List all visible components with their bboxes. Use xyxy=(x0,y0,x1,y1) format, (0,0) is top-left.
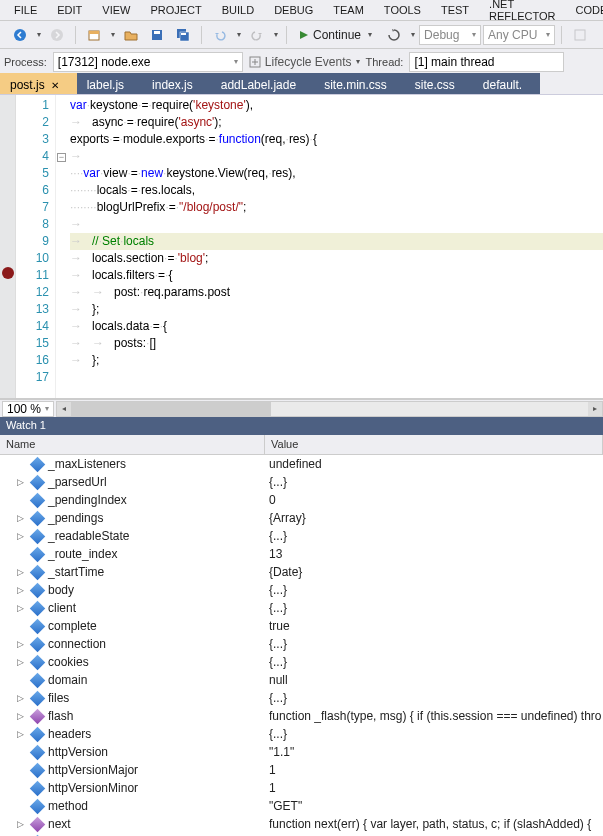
watch-panel-title[interactable]: Watch 1 xyxy=(0,417,603,435)
watch-body[interactable]: _maxListenersundefined▷_parsedUrl{...}_p… xyxy=(0,455,603,836)
watch-row[interactable]: _pendingIndex0 xyxy=(0,491,603,509)
watch-row[interactable]: ▷_parsedUrl{...} xyxy=(0,473,603,491)
svg-rect-3 xyxy=(89,31,99,34)
redo-drop[interactable]: ▾ xyxy=(271,30,280,39)
watch-row[interactable]: method"GET" xyxy=(0,797,603,815)
process-combo[interactable]: [17312] node.exe▾ xyxy=(53,52,243,72)
watch-row[interactable]: ▷_pendings{Array} xyxy=(0,509,603,527)
tab-close-icon[interactable]: ✕ xyxy=(51,80,59,91)
redo-button[interactable] xyxy=(245,24,269,46)
tab-site-css[interactable]: site.css xyxy=(405,73,473,94)
tab-post-js[interactable]: post.js✕ xyxy=(0,73,77,94)
field-icon xyxy=(28,459,46,470)
expand-toggle[interactable]: ▷ xyxy=(0,513,28,523)
tab-addLabel-jade[interactable]: addLabel.jade xyxy=(211,73,314,94)
watch-row[interactable]: httpVersionMajor1 xyxy=(0,761,603,779)
new-project-drop[interactable]: ▾ xyxy=(108,30,117,39)
new-project-button[interactable] xyxy=(82,24,106,46)
tab-site-min-css[interactable]: site.min.css xyxy=(314,73,405,94)
undo-button[interactable] xyxy=(208,24,232,46)
menu-test[interactable]: TEST xyxy=(431,2,479,18)
thread-combo[interactable]: [1] main thread xyxy=(409,52,564,72)
save-button[interactable] xyxy=(145,24,169,46)
tab-default-[interactable]: default. xyxy=(473,73,540,94)
expand-toggle[interactable]: ▷ xyxy=(0,585,28,595)
expand-toggle[interactable]: ▷ xyxy=(0,711,28,721)
watch-row[interactable]: ▷flashfunction _flash(type, msg) { if (t… xyxy=(0,707,603,725)
field-icon xyxy=(28,693,46,704)
expand-toggle[interactable]: ▷ xyxy=(0,729,28,739)
tab-label-js[interactable]: label.js xyxy=(77,73,142,94)
nav-back-button[interactable] xyxy=(8,24,32,46)
watch-row[interactable]: httpVersionMinor1 xyxy=(0,779,603,797)
lifecycle-button[interactable]: Lifecycle Events ▾ xyxy=(249,55,360,69)
watch-col-value[interactable]: Value xyxy=(265,435,603,454)
expand-toggle[interactable]: ▷ xyxy=(0,693,28,703)
watch-name: httpVersion xyxy=(46,745,265,759)
menu-file[interactable]: FILE xyxy=(4,2,47,18)
field-icon xyxy=(28,657,46,668)
field-icon xyxy=(28,783,46,794)
watch-col-name[interactable]: Name xyxy=(0,435,265,454)
scroll-right-button[interactable]: ▸ xyxy=(588,402,602,416)
menu-debug[interactable]: DEBUG xyxy=(264,2,323,18)
expand-toggle[interactable]: ▷ xyxy=(0,477,28,487)
watch-row[interactable]: ▷_readableState{...} xyxy=(0,527,603,545)
scroll-thumb[interactable] xyxy=(71,402,271,416)
config-combo[interactable]: Debug▾ xyxy=(419,25,481,45)
watch-row[interactable]: domainnull xyxy=(0,671,603,689)
watch-row[interactable]: ▷body{...} xyxy=(0,581,603,599)
menu-reflector[interactable]: .NET REFLECTOR xyxy=(479,0,565,24)
code-area[interactable]: var·keystone·=·require('keystone'),→ asy… xyxy=(70,95,603,398)
watch-row[interactable]: ▷cookies{...} xyxy=(0,653,603,671)
watch-row[interactable]: ▷files{...} xyxy=(0,689,603,707)
expand-toggle[interactable]: ▷ xyxy=(0,819,28,829)
watch-row[interactable]: ▷connection{...} xyxy=(0,635,603,653)
menu-build[interactable]: BUILD xyxy=(212,2,264,18)
continue-drop[interactable]: ▾ xyxy=(365,30,374,39)
expand-toggle[interactable]: ▷ xyxy=(0,531,28,541)
expand-toggle[interactable]: ▷ xyxy=(0,639,28,649)
breakpoint-margin[interactable] xyxy=(0,95,16,398)
breakpoint-icon[interactable] xyxy=(2,267,14,279)
menu-tools[interactable]: TOOLS xyxy=(374,2,431,18)
expand-toggle[interactable]: ▷ xyxy=(0,657,28,667)
watch-value: undefined xyxy=(265,457,603,471)
watch-row[interactable]: ▷_startTime{Date} xyxy=(0,563,603,581)
horizontal-scrollbar[interactable]: ◂ ▸ xyxy=(56,401,603,417)
nav-back-drop[interactable]: ▾ xyxy=(34,30,43,39)
zoom-combo[interactable]: 100 %▾ xyxy=(2,401,54,417)
watch-row[interactable]: httpVersion"1.1" xyxy=(0,743,603,761)
watch-value: {Date} xyxy=(265,565,603,579)
watch-row[interactable]: ▷nextfunction next(err) { var layer, pat… xyxy=(0,815,603,833)
menu-view[interactable]: VIEW xyxy=(92,2,140,18)
save-all-button[interactable] xyxy=(171,24,195,46)
expand-toggle[interactable]: ▷ xyxy=(0,603,28,613)
open-button[interactable] xyxy=(119,24,143,46)
tab-index-js[interactable]: index.js xyxy=(142,73,211,94)
method-icon xyxy=(28,819,46,830)
watch-row[interactable]: ▷headers{...} xyxy=(0,725,603,743)
menu-edit[interactable]: EDIT xyxy=(47,2,92,18)
menu-project[interactable]: PROJECT xyxy=(140,2,211,18)
restart-drop[interactable]: ▾ xyxy=(408,30,417,39)
undo-drop[interactable]: ▾ xyxy=(234,30,243,39)
code-editor[interactable]: 1234567891011121314151617 − var·keystone… xyxy=(0,95,603,399)
platform-combo[interactable]: Any CPU▾ xyxy=(483,25,555,45)
restart-button[interactable] xyxy=(382,24,406,46)
menu-code[interactable]: CODE xyxy=(566,2,604,18)
expand-toggle[interactable]: ▷ xyxy=(0,567,28,577)
watch-row[interactable]: _route_index13 xyxy=(0,545,603,563)
continue-button[interactable]: Continue ▾ xyxy=(293,28,380,42)
watch-row[interactable]: _maxListenersundefined xyxy=(0,455,603,473)
watch-header: Name Value xyxy=(0,435,603,455)
extra-button xyxy=(568,24,592,46)
menu-team[interactable]: TEAM xyxy=(323,2,374,18)
fold-column[interactable]: − xyxy=(56,95,70,398)
fold-toggle[interactable]: − xyxy=(57,153,66,162)
watch-row[interactable]: completetrue xyxy=(0,617,603,635)
watch-row[interactable]: ▷client{...} xyxy=(0,599,603,617)
watch-value: {...} xyxy=(265,655,603,669)
main-toolbar: ▾ ▾ ▾ ▾ Continue ▾ ▾ Debug▾ Any CPU▾ xyxy=(0,20,603,48)
scroll-left-button[interactable]: ◂ xyxy=(57,402,71,416)
